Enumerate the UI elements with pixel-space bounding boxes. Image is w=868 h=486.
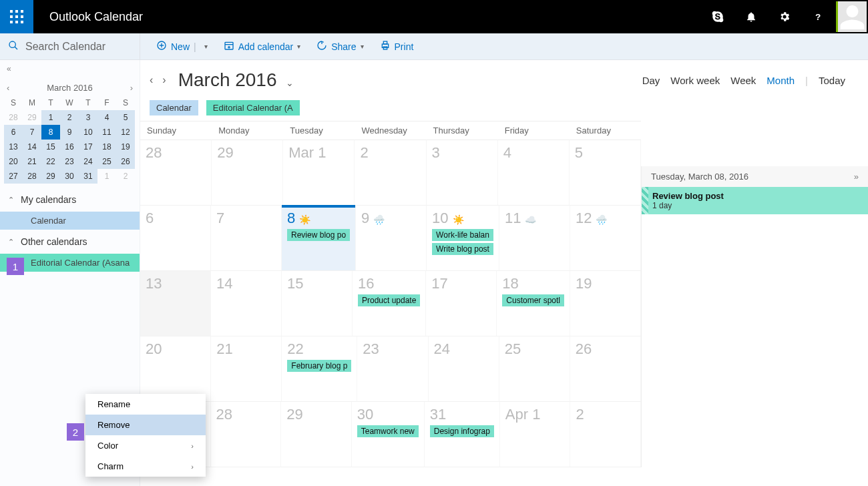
mini-day-cell[interactable]: 20	[4, 154, 23, 169]
day-cell[interactable]: 13	[140, 271, 211, 336]
view-day[interactable]: Day	[642, 75, 660, 86]
mini-day-cell[interactable]: 24	[79, 154, 97, 169]
event-chip[interactable]: Customer spotl	[502, 294, 564, 306]
day-cell[interactable]: 25	[499, 336, 570, 401]
day-cell[interactable]: 17	[426, 271, 497, 336]
editorial-tab[interactable]: Editorial Calendar (A	[206, 100, 300, 115]
menu-remove[interactable]: Remove	[85, 415, 206, 435]
mini-day-cell[interactable]: 22	[41, 154, 60, 169]
next-month-icon[interactable]: ›	[162, 74, 166, 86]
day-cell[interactable]: 28	[211, 402, 282, 467]
new-button[interactable]: New | ▾	[156, 40, 208, 53]
other-calendars-section[interactable]: ⌃ Other calendars	[0, 230, 140, 254]
mini-day-cell[interactable]: 29	[41, 169, 60, 184]
app-launcher-icon[interactable]	[0, 0, 33, 33]
mini-day-cell[interactable]: 13	[4, 140, 23, 154]
day-cell[interactable]: 19	[570, 271, 641, 336]
event-chip[interactable]: Work-life balan	[432, 229, 493, 241]
mini-day-cell[interactable]: 29	[23, 110, 41, 125]
day-cell[interactable]: 24	[429, 336, 499, 401]
day-cell[interactable]: 8☀️Review blog po	[282, 206, 356, 270]
day-cell[interactable]: 12🌧️	[570, 206, 641, 270]
chevron-down-icon[interactable]: ▾	[297, 43, 300, 50]
mini-day-cell[interactable]: 26	[116, 154, 135, 169]
mini-day-cell[interactable]: 2	[60, 110, 79, 125]
view-workweek[interactable]: Work week	[670, 75, 720, 86]
mini-day-cell[interactable]: 23	[60, 154, 79, 169]
notifications-icon[interactable]	[734, 0, 768, 33]
mini-day-cell[interactable]: 25	[97, 154, 116, 169]
mini-day-cell[interactable]: 4	[97, 110, 116, 125]
mini-day-cell[interactable]: 30	[60, 169, 79, 184]
mini-day-cell[interactable]: 19	[116, 140, 135, 154]
editorial-calendar-item[interactable]: 1 Editorial Calendar (Asana Project)	[0, 254, 140, 272]
mini-day-cell[interactable]: 3	[79, 110, 97, 125]
skype-icon[interactable]	[701, 0, 734, 33]
search-input[interactable]: Search Calendar	[0, 33, 140, 60]
menu-color[interactable]: Color›	[85, 435, 206, 456]
day-cell[interactable]: 31Design infograp	[425, 402, 500, 467]
mini-day-cell[interactable]: 17	[79, 140, 97, 154]
mini-day-cell[interactable]: 15	[41, 140, 60, 154]
day-cell[interactable]: 6	[140, 206, 211, 270]
day-cell[interactable]: 29	[281, 402, 352, 467]
mini-prev-icon[interactable]: ‹	[7, 83, 9, 93]
print-button[interactable]: Print	[380, 40, 414, 53]
collapse-panel-icon[interactable]: «	[0, 60, 140, 77]
day-cell[interactable]: 14	[211, 271, 282, 336]
view-month[interactable]: Month	[767, 75, 795, 86]
event-chip[interactable]: Teamwork new	[357, 425, 419, 437]
mini-day-cell[interactable]: 1	[41, 110, 60, 125]
day-cell[interactable]: 20	[140, 336, 211, 401]
mini-calendar[interactable]: SMTWTFS 28291234567891011121314151617181…	[0, 95, 140, 188]
mini-day-cell[interactable]: 21	[23, 154, 41, 169]
day-cell[interactable]: 28	[140, 140, 212, 205]
view-week[interactable]: Week	[730, 75, 756, 86]
mini-day-cell[interactable]: 8	[41, 125, 60, 140]
view-today[interactable]: Today	[819, 75, 845, 86]
day-cell[interactable]: 21	[211, 336, 282, 401]
mini-day-cell[interactable]: 5	[116, 110, 135, 125]
day-cell[interactable]: 23	[357, 336, 428, 401]
detail-event[interactable]: Review blog post 1 day	[642, 187, 868, 214]
day-cell[interactable]: 3	[427, 140, 498, 205]
mini-day-cell[interactable]: 31	[79, 169, 97, 184]
day-cell[interactable]: 22February blog p	[282, 336, 357, 401]
chevron-down-icon[interactable]: ▾	[361, 43, 364, 50]
mini-next-icon[interactable]: ›	[130, 83, 133, 93]
mini-day-cell[interactable]: 14	[23, 140, 41, 154]
mini-day-cell[interactable]: 12	[116, 125, 135, 140]
mini-day-cell[interactable]: 1	[97, 169, 116, 184]
day-cell[interactable]: Mar 1	[283, 140, 355, 205]
event-chip[interactable]: Product update	[358, 294, 420, 306]
share-button[interactable]: Share ▾	[316, 40, 363, 53]
settings-icon[interactable]	[768, 0, 801, 33]
mini-day-cell[interactable]: 27	[4, 169, 23, 184]
mini-day-cell[interactable]: 9	[60, 125, 79, 140]
event-chip[interactable]: Review blog po	[287, 229, 350, 241]
menu-rename[interactable]: Rename	[85, 394, 206, 415]
help-icon[interactable]: ?	[801, 0, 835, 33]
prev-month-icon[interactable]: ‹	[150, 74, 153, 86]
my-calendars-section[interactable]: ⌃ My calendars	[0, 188, 140, 212]
menu-charm[interactable]: Charm›	[85, 456, 206, 477]
day-cell[interactable]: 18Customer spotl	[497, 271, 570, 336]
day-cell[interactable]: 10☀️Work-life balanWrite blog post	[427, 206, 499, 270]
event-chip[interactable]: Write blog post	[432, 243, 493, 255]
mini-day-cell[interactable]: 10	[79, 125, 97, 140]
day-cell[interactable]: 29	[212, 140, 283, 205]
day-cell[interactable]: 5	[570, 140, 641, 205]
day-cell[interactable]: 16Product update	[353, 271, 426, 336]
add-calendar-button[interactable]: Add calendar ▾	[224, 40, 301, 53]
profile-avatar[interactable]	[836, 1, 867, 32]
mini-day-cell[interactable]: 11	[97, 125, 116, 140]
day-cell[interactable]: 2	[570, 402, 641, 467]
event-chip[interactable]: Design infograp	[430, 425, 494, 437]
day-cell[interactable]: 9🌧️	[356, 206, 427, 270]
day-cell[interactable]: 15	[282, 271, 353, 336]
day-cell[interactable]: 2	[355, 140, 426, 205]
collapse-detail-icon[interactable]: »	[854, 172, 859, 182]
mini-day-cell[interactable]: 16	[60, 140, 79, 154]
month-title[interactable]: March 2016 ⌄	[178, 69, 294, 91]
day-cell[interactable]: Apr 1	[500, 402, 571, 467]
